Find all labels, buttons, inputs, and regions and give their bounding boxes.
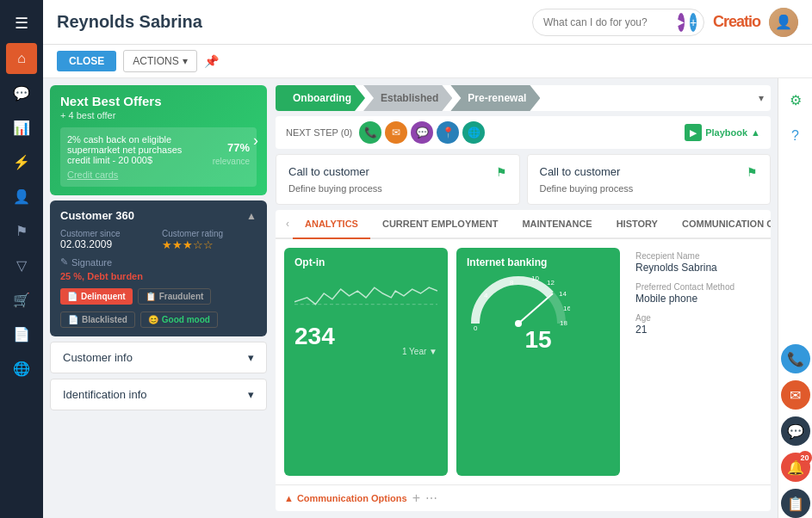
add-button[interactable]: + bbox=[412, 490, 420, 506]
nav-analytics[interactable]: 📊 bbox=[6, 112, 37, 143]
tabs-header: ‹ ANALYTICS CURRENT EMPLOYMENT MAINTENAN… bbox=[276, 210, 771, 239]
contact-location-icon[interactable]: 📍 bbox=[437, 121, 459, 144]
right-sidebar: ⚙ ? 📞 ✉ 💬 🔔 20 📋 bbox=[778, 78, 812, 518]
help-icon[interactable]: ? bbox=[781, 121, 810, 151]
age-label: Age bbox=[635, 313, 755, 323]
customer-info-header[interactable]: Customer info ▾ bbox=[51, 342, 266, 373]
search-box: ▶ + bbox=[532, 9, 704, 36]
nav-leads[interactable]: ⚡ bbox=[6, 146, 37, 177]
svg-text:8: 8 bbox=[510, 279, 514, 287]
call-card-2: Call to customer ⚑ Define buying process bbox=[527, 154, 772, 205]
c360-title: Customer 360 bbox=[60, 209, 134, 222]
actions-button[interactable]: ACTIONS ▾ bbox=[123, 50, 196, 72]
call-card-1-title: Call to customer bbox=[288, 165, 369, 178]
call-cards: Call to customer ⚑ Define buying process… bbox=[276, 154, 771, 205]
contact-method-row: Preferred Contact Method Mobile phone bbox=[635, 282, 755, 305]
pipeline-step-prerenewal[interactable]: Pre-renewal bbox=[450, 85, 540, 111]
sidebar-email-icon[interactable]: ✉ bbox=[781, 380, 810, 410]
good-mood-badge[interactable]: 😊 Good mood bbox=[140, 311, 218, 328]
tab-analytics[interactable]: ANALYTICS bbox=[293, 210, 370, 239]
sidebar-phone-icon[interactable]: 📞 bbox=[781, 344, 810, 373]
gear-settings-icon[interactable]: ⚙ bbox=[781, 85, 810, 114]
fraudulent-icon: 📋 bbox=[146, 292, 156, 301]
nav-home[interactable]: ⌂ bbox=[6, 43, 37, 74]
pipeline-step-onboarding[interactable]: Onboarding bbox=[276, 85, 365, 111]
contact-method-label: Preferred Contact Method bbox=[635, 282, 755, 292]
more-options-button[interactable]: ⋯ bbox=[425, 491, 437, 505]
next-step-label: NEXT STEP (0) bbox=[286, 127, 352, 138]
sidebar-list-icon[interactable]: 📋 bbox=[781, 489, 810, 518]
tab-employment[interactable]: CURRENT EMPLOYMENT bbox=[370, 210, 510, 239]
nav-messages[interactable]: 💬 bbox=[6, 77, 37, 108]
recipient-name-value: Reynolds Sabrina bbox=[635, 262, 755, 274]
search-input[interactable] bbox=[543, 16, 673, 28]
pencil-icon: ✎ bbox=[60, 256, 68, 268]
c360-header: Customer 360 ▲ bbox=[60, 209, 257, 222]
nav-flag[interactable]: ⚑ bbox=[6, 215, 37, 246]
call-card-2-title: Call to customer bbox=[540, 165, 621, 178]
pipeline-dropdown[interactable]: ▾ bbox=[752, 89, 771, 108]
pipeline: Onboarding Established Pre-renewal ▾ bbox=[276, 85, 771, 111]
creatio-logo: Creatio bbox=[713, 13, 760, 31]
user-avatar[interactable]: 👤 bbox=[769, 8, 798, 37]
call-card-1-flag[interactable]: ⚑ bbox=[496, 165, 507, 183]
avatar-image: 👤 bbox=[769, 8, 798, 37]
top-header: Reynolds Sabrina ▶ + Creatio 👤 bbox=[43, 0, 812, 45]
tab-prev-icon[interactable]: ‹ bbox=[282, 214, 293, 233]
nbo-card[interactable]: Next Best Offers + 4 best offer › 2% cas… bbox=[50, 85, 267, 195]
call-card-2-flag[interactable]: ⚑ bbox=[747, 165, 758, 183]
actions-label: ACTIONS bbox=[133, 55, 178, 67]
communication-options-button[interactable]: ▲ Communication Options bbox=[284, 493, 407, 503]
search-play-button[interactable]: ▶ bbox=[678, 13, 685, 32]
tabs-section: ‹ ANALYTICS CURRENT EMPLOYMENT MAINTENAN… bbox=[276, 210, 771, 511]
nbo-link[interactable]: Credit cards bbox=[67, 170, 250, 180]
nbo-relevance: 2% cash back on eligible supermarket net… bbox=[67, 134, 250, 166]
nav-cart[interactable]: 🛒 bbox=[6, 284, 37, 315]
svg-point-11 bbox=[515, 320, 522, 327]
nav-globe[interactable]: 🌐 bbox=[6, 353, 37, 384]
right-panel: Onboarding Established Pre-renewal ▾ NEX… bbox=[274, 78, 778, 518]
customer-rating-stars: ★★★☆☆ bbox=[162, 238, 257, 251]
analytics-info-panel: Recepient Name Reynolds Sabrina Preferre… bbox=[629, 248, 762, 476]
search-add-button[interactable]: + bbox=[690, 13, 697, 32]
next-step-bar: NEXT STEP (0) 📞 ✉ 💬 📍 🌐 ▶ Playbook ▲ bbox=[276, 116, 771, 149]
identification-info-accordion: Identification info ▾ bbox=[50, 379, 267, 410]
tab-communication[interactable]: COMMUNICATION CHANNELS bbox=[670, 210, 771, 239]
action-bar: CLOSE ACTIONS ▾ 📌 bbox=[43, 45, 812, 78]
pin-icon[interactable]: 📌 bbox=[204, 54, 219, 68]
sidebar-chat-icon[interactable]: 💬 bbox=[781, 416, 810, 446]
c360-debt: 25 %, Debt burden bbox=[60, 271, 257, 281]
contact-phone-icon[interactable]: 📞 bbox=[359, 121, 381, 144]
nav-funnel[interactable]: ▽ bbox=[6, 250, 37, 281]
internet-banking-card: Internet banking 0 4 bbox=[456, 248, 620, 476]
fraudulent-badge[interactable]: 📋 Fraudulent bbox=[138, 288, 212, 305]
svg-line-10 bbox=[518, 293, 553, 324]
nbo-content: 2% cash back on eligible supermarket net… bbox=[60, 127, 257, 187]
close-button[interactable]: CLOSE bbox=[57, 51, 116, 71]
identification-info-header[interactable]: Identification info ▾ bbox=[51, 379, 266, 410]
nbo-arrow-icon: › bbox=[253, 132, 258, 150]
blacklisted-badge[interactable]: 📄 Blacklisted bbox=[60, 311, 135, 328]
delinquent-badge[interactable]: 📄 Delinquent bbox=[60, 288, 133, 305]
hamburger-menu[interactable]: ☰ bbox=[8, 7, 35, 40]
opt-in-period[interactable]: 1 Year ▼ bbox=[294, 347, 437, 356]
notification-badge: 20 bbox=[798, 451, 812, 465]
tab-maintenance[interactable]: MAINTENANCE bbox=[510, 210, 604, 239]
banking-title: Internet banking bbox=[467, 256, 610, 268]
nav-contacts[interactable]: 👤 bbox=[6, 181, 37, 212]
customer-info-accordion: Customer info ▾ bbox=[50, 342, 267, 373]
playbook-button[interactable]: ▶ Playbook ▲ bbox=[685, 124, 760, 141]
customer-info-chevron: ▾ bbox=[248, 351, 254, 364]
playbook-icon: ▶ bbox=[685, 124, 702, 141]
contact-chat-icon[interactable]: 💬 bbox=[411, 121, 433, 144]
contact-email-icon[interactable]: ✉ bbox=[385, 121, 407, 144]
svg-text:0: 0 bbox=[474, 324, 478, 332]
pipeline-step-established[interactable]: Established bbox=[363, 85, 452, 111]
comm-options-arrow-icon: ▲ bbox=[284, 493, 294, 503]
sidebar-notification-icon[interactable]: 🔔 20 bbox=[781, 453, 810, 482]
tab-history[interactable]: HISTORY bbox=[604, 210, 670, 239]
contact-web-icon[interactable]: 🌐 bbox=[462, 121, 485, 144]
svg-text:12: 12 bbox=[547, 279, 555, 287]
c360-collapse-icon[interactable]: ▲ bbox=[246, 210, 257, 222]
nav-docs[interactable]: 📄 bbox=[6, 318, 37, 349]
